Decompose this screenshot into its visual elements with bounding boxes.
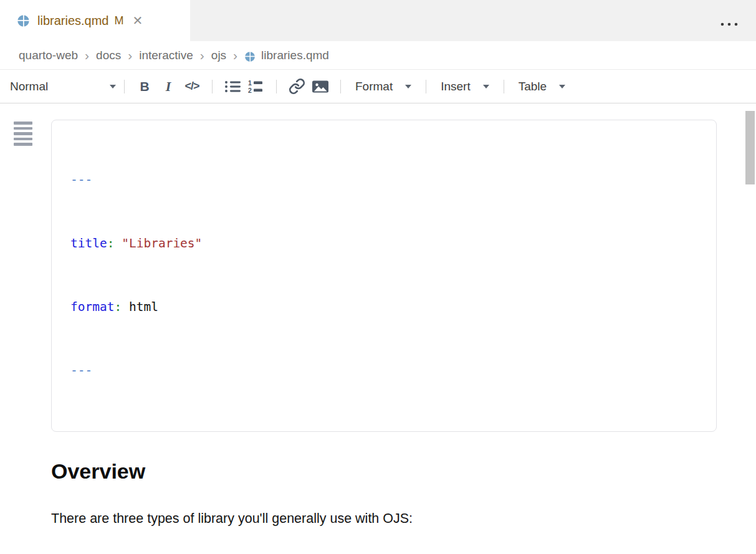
bold-button[interactable]: B — [133, 75, 156, 98]
chevron-down-icon — [405, 85, 411, 88]
breadcrumb-item-interactive[interactable]: interactive — [139, 49, 193, 62]
toolbar-divider — [504, 80, 504, 93]
paragraph-style-select[interactable]: Normal — [10, 80, 116, 93]
format-menu[interactable]: Format — [349, 80, 418, 93]
toolbar-divider — [124, 80, 125, 93]
image-icon — [312, 79, 329, 94]
breadcrumb-item-quarto-web[interactable]: quarto-web — [19, 49, 78, 62]
image-button[interactable] — [309, 75, 332, 98]
yaml-line: title: "Libraries" — [70, 233, 697, 254]
quarto-icon — [244, 51, 256, 62]
section-heading: Overview — [51, 459, 756, 484]
bulleted-list-button[interactable] — [221, 75, 244, 98]
chevron-down-icon — [110, 85, 116, 88]
tab-libraries-qmd[interactable]: libraries.qmd M ✕ — [0, 0, 190, 41]
yaml-token-key: title — [70, 236, 107, 251]
vertical-scrollbar-thumb[interactable] — [745, 111, 755, 184]
insert-menu-label: Insert — [441, 80, 471, 93]
toolbar-divider — [426, 80, 426, 93]
more-actions-icon[interactable] — [720, 18, 740, 29]
tab-bar: libraries.qmd M ✕ — [0, 0, 756, 41]
numbered-list-icon: 1 2 — [248, 80, 264, 93]
visual-editor-canvas[interactable]: --- title: "Libraries" format: html --- … — [0, 103, 756, 553]
breadcrumb-separator: › — [128, 48, 132, 63]
yaml-front-matter-block[interactable]: --- title: "Libraries" format: html --- — [51, 120, 717, 432]
italic-button[interactable]: I — [156, 75, 180, 98]
yaml-token-plain — [114, 236, 122, 251]
code-button[interactable]: </> — [180, 75, 204, 98]
yaml-token-string: "Libraries" — [122, 236, 202, 251]
yaml-token-meta: --- — [70, 173, 92, 187]
link-button[interactable] — [285, 75, 309, 98]
yaml-line: --- — [70, 360, 697, 381]
list-item-text: Observable core libraries automatically … — [82, 552, 486, 554]
bulleted-list-icon — [224, 80, 241, 93]
tab-filename: libraries.qmd — [37, 14, 108, 28]
tab-modified-badge: M — [114, 14, 123, 27]
yaml-token-key: format — [70, 300, 114, 314]
breadcrumb-item-docs[interactable]: docs — [96, 49, 121, 62]
breadcrumb-separator: › — [200, 48, 204, 63]
numbered-list-button[interactable]: 1 2 — [244, 75, 268, 98]
toolbar-divider — [212, 80, 213, 93]
yaml-token-plain: html — [122, 300, 158, 314]
formatting-toolbar: Normal B I </> 1 2 — [0, 70, 756, 103]
yaml-token-punc: : — [114, 300, 122, 314]
breadcrumb: quarto-web › docs › interactive › ojs › … — [0, 41, 756, 70]
list-item: 1. Observable core libraries automatical… — [51, 552, 756, 554]
table-menu-label: Table — [519, 80, 547, 93]
chevron-down-icon — [483, 85, 489, 88]
breadcrumb-separator: › — [85, 48, 89, 63]
toolbar-divider — [276, 80, 277, 93]
yaml-token-meta: --- — [70, 363, 92, 378]
insert-menu[interactable]: Insert — [434, 80, 495, 93]
svg-text:2: 2 — [248, 87, 252, 93]
breadcrumb-separator: › — [233, 48, 237, 63]
numbered-list: 1. Observable core libraries automatical… — [51, 552, 756, 554]
link-icon — [289, 78, 305, 95]
svg-text:1: 1 — [248, 80, 252, 87]
list-item-number: 1. — [62, 552, 82, 554]
chevron-down-icon — [559, 85, 565, 88]
breadcrumb-item-filename[interactable]: libraries.qmd — [261, 49, 329, 62]
yaml-token-punc: : — [107, 236, 115, 251]
close-icon[interactable]: ✕ — [132, 14, 143, 27]
yaml-line: --- — [70, 170, 697, 191]
format-menu-label: Format — [355, 80, 393, 93]
table-menu[interactable]: Table — [512, 80, 572, 93]
paragraph-style-value: Normal — [10, 80, 48, 93]
breadcrumb-item-ojs[interactable]: ojs — [211, 49, 226, 62]
block-drag-handle-icon[interactable] — [14, 122, 32, 148]
toolbar-divider — [340, 80, 341, 93]
yaml-line: format: html — [70, 297, 697, 318]
intro-paragraph: There are three types of library you'll … — [51, 511, 756, 527]
quarto-icon — [17, 14, 30, 27]
